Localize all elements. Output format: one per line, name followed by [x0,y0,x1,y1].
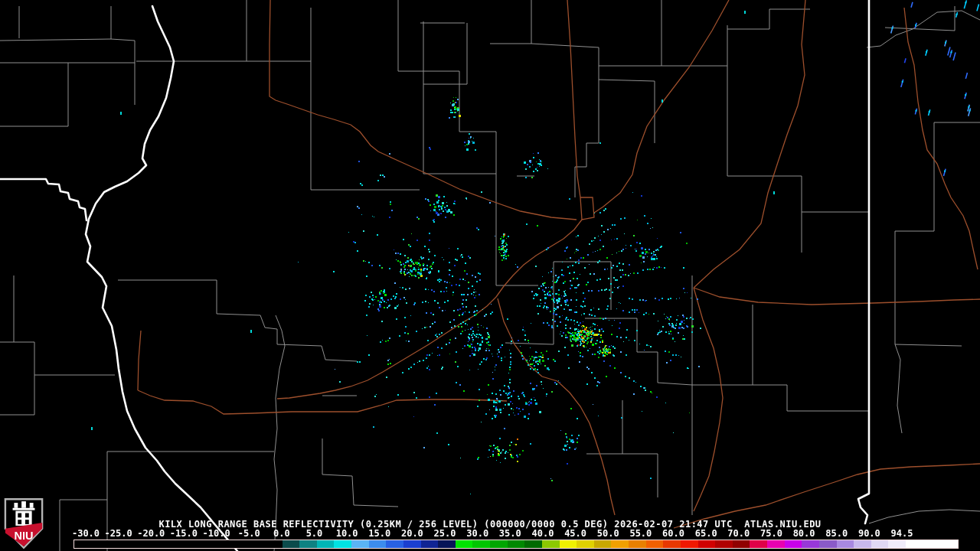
colorbar-segment [698,540,716,548]
colorbar-segment [888,540,906,548]
colorbar-segment [317,540,335,548]
colorbar-tick-label: 70.0 [727,528,750,539]
colorbar-segment [472,540,490,548]
colorbar-segment [369,540,387,548]
colorbar-tick-label: 25.0 [434,528,456,539]
niu-castle-icon [13,501,35,526]
colorbar-tick-label: -20.0 [137,528,165,539]
colorbar-segment [906,540,958,548]
colorbar-segment [74,540,283,548]
colorbar-segment [524,540,542,548]
colorbar-segment [785,540,802,548]
colorbar-tick-label: 55.0 [629,528,652,539]
colorbar-segment [508,540,525,548]
colorbar-tick-label: 50.0 [597,528,619,539]
colorbar-segment [871,540,889,548]
reflectivity-colorbar [74,540,959,549]
colorbar-tick-label: -15.0 [170,528,198,539]
colorbar-segment [854,540,871,548]
colorbar-segment [577,540,594,548]
colorbar-segment [646,540,664,548]
colorbar-tick-label: 65.0 [695,528,717,539]
colorbar-segment [802,540,819,548]
radar-map-view: NIU KILX LONG RANGE BASE REFLECTIVITY (0… [0,0,980,551]
colorbar-tick-label: 30.0 [466,528,488,539]
radar-echo-layer [0,0,980,551]
colorbar-segment [819,540,837,548]
colorbar-tick-label: -10.0 [202,528,230,539]
colorbar-segment [438,540,456,548]
colorbar-tick-label: -25.0 [105,528,132,539]
colorbar-tick-label: 60.0 [662,528,684,539]
colorbar-segment [750,540,767,548]
colorbar-tick-label: 5.0 [306,528,323,539]
colorbar-tick-label: 75.0 [760,528,782,539]
colorbar-segment [542,540,560,548]
colorbar-tick-label: 90.0 [858,528,880,539]
colorbar-segment [351,540,369,548]
colorbar-segment [490,540,508,548]
colorbar-tick-label: 94.5 [891,528,913,539]
colorbar-tick-label: 35.0 [499,528,521,539]
colorbar-tick-labels: -30.0-25.0-20.0-15.0-10.0-5.00.05.010.01… [0,528,980,538]
colorbar-segment [715,540,733,548]
niu-logo-text: NIU [15,530,34,542]
colorbar-segment [386,540,403,548]
colorbar-segment [283,540,300,548]
colorbar-segment [837,540,854,548]
colorbar-segment [767,540,785,548]
colorbar-segment [733,540,750,548]
colorbar-segment [663,540,681,548]
colorbar-segment [403,540,421,548]
colorbar-tick-label: 40.0 [532,528,554,539]
colorbar-tick-label: 45.0 [564,528,586,539]
colorbar-tick-label: -5.0 [238,528,260,539]
colorbar-tick-label: -30.0 [72,528,100,539]
niu-logo: NIU [3,497,44,549]
colorbar-tick-label: 15.0 [368,528,390,539]
colorbar-tick-label: 85.0 [825,528,848,539]
colorbar-segment [456,540,473,548]
colorbar-tick-label: 80.0 [793,528,815,539]
colorbar-segment [594,540,612,548]
colorbar-segment [629,540,646,548]
colorbar-tick-label: 20.0 [401,528,423,539]
colorbar-segment [299,540,317,548]
colorbar-segment [611,540,629,548]
colorbar-segment [421,540,439,548]
colorbar-segment [560,540,577,548]
colorbar-tick-label: 10.0 [336,528,358,539]
colorbar-tick-label: 0.0 [273,528,290,539]
colorbar-segment [334,540,351,548]
colorbar-segment [681,540,698,548]
